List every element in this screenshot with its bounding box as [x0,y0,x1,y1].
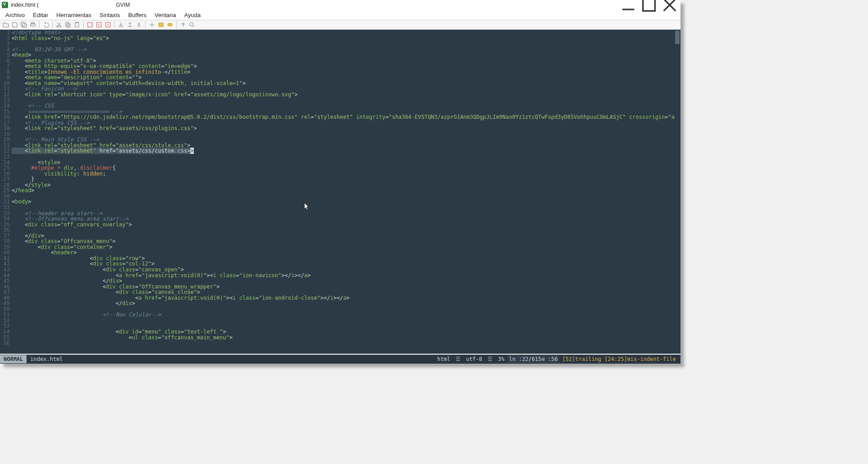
separator [145,21,146,28]
paste-icon[interactable] [73,21,81,29]
separator [83,21,84,28]
svg-rect-10 [75,23,79,27]
vertical-scrollbar[interactable] [674,30,680,354]
svg-rect-5 [31,23,34,24]
shell-yellow-icon[interactable] [157,21,165,29]
gvim-window: index.html ( GVIM Archivo Editar Herrami… [0,0,680,364]
svg-rect-17 [168,23,172,26]
titlebar: index.html ( GVIM [0,0,680,10]
save-icon[interactable] [11,21,19,29]
find-prev-icon[interactable] [104,21,112,29]
find-help-icon[interactable] [188,21,196,29]
maximize-button[interactable] [640,0,658,9]
statusbar: NORMAL index.html html ☰ utf-8 ☰ 3% ln :… [0,355,680,364]
svg-rect-11 [76,22,78,23]
svg-rect-4 [31,24,35,26]
svg-rect-12 [88,23,92,27]
line-number-gutter: 1234567891011121314151617181920212223242… [0,30,12,354]
menu-ayuda[interactable]: Ayuda [181,11,205,19]
window-title-app: GVIM [116,2,130,8]
svg-point-15 [138,23,140,25]
script-icon[interactable] [135,21,143,29]
load-session-icon[interactable] [117,21,125,29]
code-area[interactable]: <!doctype html><html class="no-js" lang=… [12,30,674,354]
undo-icon[interactable] [42,21,50,29]
status-position: ln :22/615≡ :56 [507,355,559,363]
status-ft-icon: ☰ [453,356,463,362]
minimize-button[interactable] [619,0,637,9]
copy-icon[interactable] [64,21,72,29]
find-next-icon[interactable] [95,21,103,29]
menu-archivo[interactable]: Archivo [2,11,28,19]
make-icon[interactable] [148,21,156,29]
scrollbar-thumb[interactable] [675,31,680,44]
find-replace-red-icon[interactable] [86,21,94,29]
status-enc-icon: ☰ [485,356,495,362]
open-icon[interactable] [2,21,10,29]
menu-buffers[interactable]: Buffers [125,11,150,19]
app-icon [2,2,8,8]
separator [39,21,40,28]
menu-editar[interactable]: Editar [29,11,52,19]
svg-point-18 [190,23,193,26]
status-filetype: html [434,356,453,362]
menu-ventana[interactable]: Ventana [151,11,180,19]
status-trailing-warning: [52]trailing [24:25]mix-indent-file [559,356,679,362]
saveall-icon[interactable] [20,21,28,29]
close-button[interactable] [661,0,679,9]
help-icon[interactable]: ? [179,21,187,29]
print-icon[interactable] [29,21,37,29]
cut-icon[interactable] [55,21,63,29]
separator [114,21,115,28]
toolbar: ? [0,20,680,30]
svg-rect-1 [643,0,655,11]
editor[interactable]: 1234567891011121314151617181920212223242… [0,30,680,354]
separator [52,21,53,28]
menu-sintaxis[interactable]: Sintaxis [96,11,124,19]
menu-herramientas[interactable]: Herramientas [53,11,95,19]
svg-rect-16 [159,23,163,27]
vim-mode: NORMAL [0,355,27,363]
separator [176,21,177,28]
tag-icon[interactable] [166,21,174,29]
status-filename: index.html [30,356,63,362]
status-encoding: utf-8 [463,356,485,362]
save-session-icon[interactable] [126,21,134,29]
menubar: Archivo Editar Herramientas Sintaxis Buf… [0,10,680,20]
status-percent: 3% [495,356,507,362]
window-title-file: index.html ( [11,2,39,8]
